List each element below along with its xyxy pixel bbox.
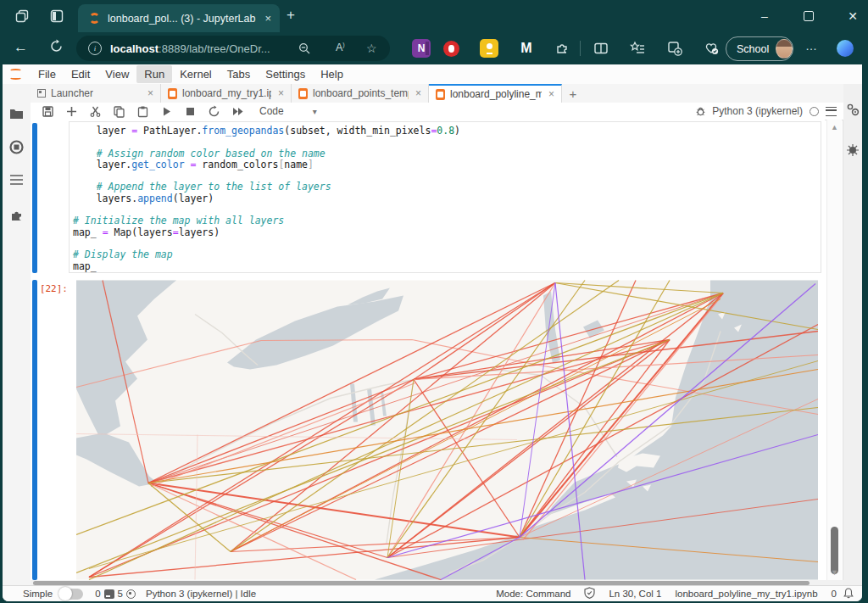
scroll-down-icon[interactable]: ▼ xyxy=(827,568,842,577)
tab-group-icon[interactable] xyxy=(665,39,684,58)
code-line: layers.append(layer) xyxy=(73,193,821,204)
menu-tabs[interactable]: Tabs xyxy=(220,65,258,83)
launcher-icon xyxy=(37,89,46,98)
stop-icon[interactable] xyxy=(184,105,197,118)
close-icon[interactable]: × xyxy=(415,87,421,99)
running-kernels-icon[interactable] xyxy=(9,140,24,154)
profile-label: School xyxy=(737,43,769,55)
menu-kernel[interactable]: Kernel xyxy=(172,65,220,83)
refresh-icon[interactable] xyxy=(49,39,64,57)
add-cell-icon[interactable] xyxy=(65,105,78,118)
favorites-icon[interactable] xyxy=(628,39,647,58)
kernel-status-icon[interactable] xyxy=(810,107,819,116)
new-dock-tab-button[interactable]: + xyxy=(562,84,584,103)
terminal-icon xyxy=(104,589,114,599)
cut-icon[interactable] xyxy=(89,105,102,118)
new-tab-button[interactable]: + xyxy=(287,7,295,24)
vertical-scrollbar[interactable]: ▲ ▼ xyxy=(826,120,842,580)
url-text[interactable]: localhost:8889/lab/tree/OneDr... xyxy=(110,42,270,55)
scroll-up-icon[interactable]: ▲ xyxy=(827,123,842,131)
malwarebytes-icon[interactable]: M xyxy=(517,39,536,58)
file-browser-icon[interactable] xyxy=(9,108,24,122)
dock-tab-2[interactable]: lonboard_my_try1.ipynb× xyxy=(161,84,292,103)
vertical-scrollbar-thumb[interactable] xyxy=(831,527,838,574)
notification-count[interactable]: 0 xyxy=(832,589,837,599)
vertical-tabs-icon[interactable] xyxy=(50,9,64,26)
yellow-extension-icon[interactable] xyxy=(480,39,498,58)
toolbar-divider xyxy=(580,41,581,56)
close-button[interactable]: ✕ xyxy=(834,0,868,32)
dock-tab-label: lonboard_polyline_my_try1.ip xyxy=(450,88,542,100)
notebook-toolbar: Code ▾ Python 3 (ipykernel) xyxy=(31,103,843,120)
dock-tab-label: lonboard_my_try1.ipynb xyxy=(182,87,271,99)
browser-tab[interactable]: lonboard_pol... (3) - JupyterLab × xyxy=(78,4,280,32)
jupyterlab-window: FileEditViewRunKernelTabsSettingsHelp La… xyxy=(3,64,862,601)
run-all-icon[interactable] xyxy=(231,105,244,118)
workspaces-icon[interactable] xyxy=(15,9,30,26)
menu-view[interactable]: View xyxy=(97,65,136,83)
copy-icon[interactable] xyxy=(113,105,125,118)
favorite-star-icon[interactable]: ☆ xyxy=(366,42,377,55)
menu-run[interactable]: Run xyxy=(136,65,172,83)
close-icon[interactable]: × xyxy=(278,87,284,99)
tab-close-icon[interactable]: × xyxy=(264,12,271,25)
close-icon[interactable]: × xyxy=(548,88,554,100)
restart-icon[interactable] xyxy=(208,105,220,118)
address-bar[interactable]: i localhost:8889/lab/tree/OneDr... A) ☆ xyxy=(76,36,390,61)
cursor-position[interactable]: Ln 30, Col 1 xyxy=(609,589,661,599)
browser-essentials-icon[interactable] xyxy=(702,39,721,58)
run-icon[interactable] xyxy=(160,105,173,118)
save-icon[interactable] xyxy=(42,105,54,118)
split-screen-icon[interactable] xyxy=(592,39,610,58)
code-cell-editor[interactable]: layer = PathLayer.from_geopandas(subset,… xyxy=(69,121,821,273)
profile-button[interactable]: School xyxy=(726,36,793,61)
onenote-icon[interactable]: N xyxy=(412,39,431,58)
terminals-count[interactable]: 0 xyxy=(95,589,100,599)
minimize-button[interactable]: – xyxy=(746,0,783,32)
kernel-bug-icon[interactable] xyxy=(694,105,707,118)
statusbar-filename[interactable]: lonboard_polyline_my_try1.ipynb xyxy=(675,589,817,599)
paste-icon[interactable] xyxy=(136,105,149,118)
mode-indicator[interactable]: Mode: Command xyxy=(496,589,570,599)
notebook-scroll-area[interactable]: layer = PathLayer.from_geopandas(subset,… xyxy=(31,120,825,580)
debugger-icon[interactable] xyxy=(846,143,860,157)
output-collapser[interactable] xyxy=(32,280,37,580)
red-extension-icon[interactable] xyxy=(442,39,460,58)
code-line xyxy=(73,204,821,215)
dock-tab-1[interactable]: Launcher× xyxy=(31,84,161,103)
settings-ellipsis-icon[interactable]: … xyxy=(805,39,818,53)
kernel-status-text[interactable]: Python 3 (ipykernel) | Idle xyxy=(146,589,256,599)
menu-edit[interactable]: Edit xyxy=(64,65,97,83)
cell-collapser[interactable] xyxy=(32,123,37,273)
menu-settings[interactable]: Settings xyxy=(258,65,313,83)
toolbar-menu-icon[interactable] xyxy=(826,107,837,116)
jupyter-statusbar: Simple 0 5 Python 3 (ipykernel) | Idle M… xyxy=(3,585,862,601)
cell-type-dropdown[interactable]: Code ▾ xyxy=(259,105,317,117)
copilot-icon[interactable] xyxy=(836,39,854,58)
right-sidebar xyxy=(843,84,862,586)
cell-type-value: Code xyxy=(259,105,284,117)
menu-file[interactable]: File xyxy=(31,65,64,83)
notebook-icon xyxy=(298,88,308,99)
code-line: # Initialize the map with all layers xyxy=(73,215,821,226)
bell-icon[interactable] xyxy=(843,588,854,600)
extension-manager-icon[interactable] xyxy=(9,208,24,222)
menu-help[interactable]: Help xyxy=(313,65,351,83)
simple-mode-toggle[interactable] xyxy=(59,589,83,600)
kernel-name-button[interactable]: Python 3 (ipykernel) xyxy=(712,105,803,117)
kernel-icon xyxy=(126,589,136,599)
site-info-icon[interactable]: i xyxy=(88,42,102,55)
property-inspector-icon[interactable] xyxy=(846,103,860,116)
close-icon[interactable]: × xyxy=(147,87,153,99)
maximize-button[interactable] xyxy=(790,0,827,32)
dock-tab-3[interactable]: lonboard_points_template.ip× xyxy=(292,84,429,103)
extensions-puzzle-icon[interactable] xyxy=(553,39,571,58)
map-output[interactable] xyxy=(76,280,818,580)
read-aloud-icon[interactable]: A) xyxy=(336,42,345,53)
table-of-contents-icon[interactable] xyxy=(9,174,24,188)
back-icon[interactable]: ← xyxy=(14,39,28,56)
kernels-count[interactable]: 5 xyxy=(118,589,123,599)
code-line xyxy=(73,238,821,249)
zoom-out-icon[interactable] xyxy=(298,42,311,58)
dock-tab-4[interactable]: lonboard_polyline_my_try1.ip× xyxy=(429,84,562,103)
